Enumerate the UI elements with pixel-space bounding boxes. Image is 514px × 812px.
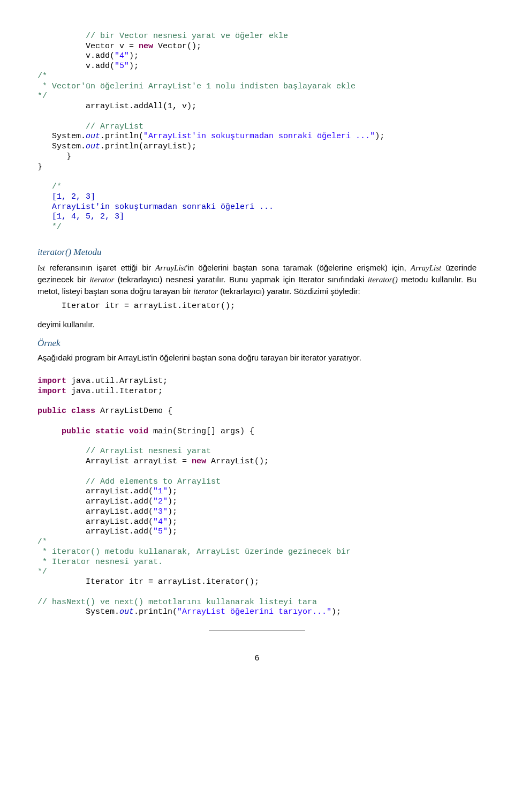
comment: // bir Vector nesnesi yarat ve öğeler ek…: [37, 32, 288, 41]
code-line: arrayList.add("3");: [37, 507, 177, 516]
code-line: import java.util.ArrayList;: [37, 377, 168, 386]
code-line: v.add("4");: [37, 51, 139, 61]
comment: */: [37, 222, 62, 231]
code-line: System.out.println("ArrayList öğelerini …: [37, 607, 341, 616]
footer-divider: [209, 630, 305, 631]
output-line: [1, 2, 3]: [37, 192, 95, 201]
comment: // Add elements to Arraylist: [37, 477, 221, 486]
code-line: public static void main(String[] args) {: [37, 427, 254, 436]
comment: * Vector'ün öğelerini ArrayList'e 1 nolu…: [37, 82, 356, 91]
comment: */: [37, 567, 47, 576]
code-line: arrayList.addAll(1, v);: [37, 102, 196, 111]
code-line: arrayList.add("4");: [37, 517, 177, 527]
code-line: }: [37, 152, 71, 161]
comment: /*: [37, 182, 62, 191]
comment: // ArrayList nesnesi yarat: [37, 447, 211, 456]
comment: */: [37, 92, 47, 101]
paragraph-deyimi: deyimi kullanılır.: [37, 319, 477, 330]
section-heading-ornek: Örnek: [37, 337, 477, 350]
paragraph-iterator: lst referansının işaret ettiği bir Array…: [37, 262, 477, 297]
code-line: import java.util.Iterator;: [37, 387, 163, 396]
comment: * Iterator nesnesi yarat.: [37, 558, 163, 567]
page-number: 6: [37, 652, 477, 663]
code-line: v.add("5");: [37, 62, 139, 71]
code-line: arrayList.add("1");: [37, 487, 177, 496]
code-line-iterator: Iterator itr = arrayList.iterator();: [37, 302, 477, 312]
paragraph-ornek: Aşağıdaki program bir ArrayList'in öğele…: [37, 352, 477, 363]
section-heading-iterator: iterator() Metodu: [37, 246, 477, 259]
output-line: [1, 4, 5, 2, 3]: [37, 212, 124, 221]
comment: * iterator() metodu kullanarak, ArrayLis…: [37, 547, 351, 557]
code-line: System.out.println(arrayList);: [37, 142, 196, 151]
code-line: Iterator itr = arrayList.iterator();: [37, 577, 259, 587]
code-block-1: // bir Vector nesnesi yarat ve öğeler ek…: [37, 21, 477, 232]
comment: /*: [37, 537, 47, 546]
code-line: ArrayList arrayList = new ArrayList();: [37, 457, 269, 466]
comment: /*: [37, 72, 47, 81]
code-line: arrayList.add("5");: [37, 527, 177, 536]
code-line: System.out.println("ArrayList'in sokuştu…: [37, 132, 384, 141]
comment: // ArrayList: [37, 122, 143, 131]
output-line: ArrayList'in sokuşturmadan sonraki öğele…: [37, 202, 274, 212]
code-line: arrayList.add("2");: [37, 497, 177, 506]
code-line: Vector v = new Vector();: [37, 42, 201, 51]
comment: // hasNext() ve next() metotlarını kulla…: [37, 598, 317, 607]
code-line: public class ArrayListDemo {: [37, 407, 172, 416]
code-line: }: [37, 162, 42, 171]
code-block-2: import java.util.ArrayList; import java.…: [37, 366, 477, 618]
